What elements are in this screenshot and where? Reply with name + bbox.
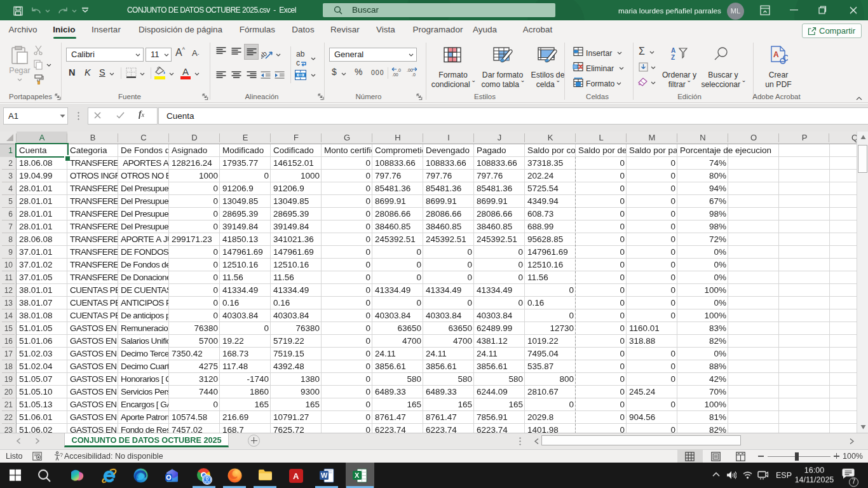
svg-text:Z: Z	[671, 54, 675, 61]
svg-text:X: X	[355, 471, 360, 478]
svg-text:A: A	[671, 47, 675, 54]
svg-text:.00: .00	[407, 68, 413, 72]
svg-text:?: ?	[60, 452, 63, 458]
svg-text:c: c	[296, 58, 300, 67]
svg-text:ab: ab	[261, 50, 268, 60]
svg-text:.00: .00	[392, 72, 398, 77]
svg-text:W: W	[321, 471, 328, 479]
svg-text:.0: .0	[412, 72, 416, 77]
svg-text:ab: ab	[296, 50, 305, 58]
svg-text:A: A	[773, 50, 779, 59]
svg-text:.0: .0	[397, 68, 401, 72]
svg-text:A: A	[293, 471, 299, 481]
